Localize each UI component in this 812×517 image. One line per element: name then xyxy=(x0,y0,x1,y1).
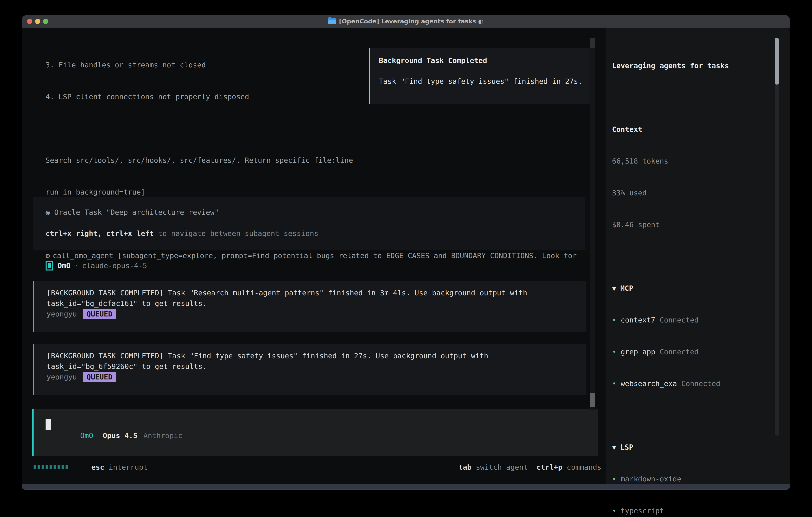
message-line: task_id="bg_dcfac161" to get results. xyxy=(47,298,207,309)
context-spent: $0.46 spent xyxy=(612,219,776,230)
message-line: task_id="bg_6f59260c" to get results. xyxy=(47,361,207,372)
agent-header: OmO · claude-opus-4-5 xyxy=(46,260,147,271)
terminal-window: [OpenCode] Leveraging agents for tasks ◐… xyxy=(22,15,790,489)
oracle-task-box: ◉ Oracle Task "Deep architecture review"… xyxy=(33,197,585,250)
chat-line: Search src/tools/, src/hooks/, src/featu… xyxy=(46,155,593,166)
chat-scrollbar-track[interactable] xyxy=(590,38,594,410)
status-dot-icon: • xyxy=(612,507,616,515)
lsp-item: • markdown-oxide xyxy=(612,473,776,484)
status-dot-icon: • xyxy=(612,316,616,324)
oracle-hint: ctrl+x right, ctrl+x left to navigate be… xyxy=(46,228,318,239)
status-dot-icon: • xyxy=(612,379,616,388)
message-meta: yeongyu QUEUED xyxy=(47,309,116,319)
record-icon: ◉ xyxy=(46,208,50,216)
status-dot-icon: • xyxy=(612,348,616,356)
background-task-message: [BACKGROUND TASK COMPLETED] Task "Resear… xyxy=(33,281,586,332)
titlebar[interactable]: [OpenCode] Leveraging agents for tasks ◐ xyxy=(22,15,790,28)
author: yeongyu xyxy=(47,372,77,382)
sidebar: Leveraging agents for tasks Context 66,5… xyxy=(612,39,776,517)
toast-body: Task "Find type safety issues" finished … xyxy=(379,76,582,87)
tab-key: tab xyxy=(459,463,471,471)
context-tokens: 66,518 tokens xyxy=(612,156,776,166)
input-provider: Anthropic xyxy=(143,431,182,440)
background-task-toast: Background Task Completed Task "Find typ… xyxy=(369,48,595,104)
lsp-item: • typescript xyxy=(612,506,776,516)
esc-key: esc xyxy=(91,463,104,471)
chevron-down-icon: ▼ xyxy=(612,443,616,451)
prompt-input[interactable]: OmOOpus 4.5Anthropic xyxy=(32,409,599,456)
toast-title: Background Task Completed xyxy=(379,55,487,66)
gear-icon: ⚙ xyxy=(46,251,50,260)
status-dot-icon: • xyxy=(612,475,616,483)
message-line: [BACKGROUND TASK COMPLETED] Task "Find t… xyxy=(47,351,488,361)
agent-name: OmO xyxy=(58,260,70,271)
spinner-dots-icon xyxy=(34,465,68,469)
input-meta: OmOOpus 4.5Anthropic xyxy=(46,419,182,452)
chat-scrollbar-thumb[interactable] xyxy=(590,393,594,407)
ctrl-p-key: ctrl+p xyxy=(536,463,562,471)
message-meta: yeongyu QUEUED xyxy=(47,372,116,382)
oracle-task-title: ◉ Oracle Task "Deep architecture review" xyxy=(46,207,219,218)
close-button[interactable] xyxy=(27,19,32,24)
message-line: [BACKGROUND TASK COMPLETED] Task "Resear… xyxy=(47,288,527,298)
shortcut-key: ctrl+x left xyxy=(106,229,154,238)
agent-model: claude-opus-4-5 xyxy=(82,260,147,271)
agent-icon xyxy=(46,261,53,271)
author: yeongyu xyxy=(47,309,77,319)
chevron-down-icon: ▼ xyxy=(612,284,616,292)
shortcut-hints: tab switch agent ctrl+p commands xyxy=(459,462,601,472)
context-used: 33% used xyxy=(612,188,776,198)
mcp-item: • websearch_exa Connected xyxy=(612,378,776,389)
window-bottom-bar xyxy=(22,484,790,489)
title-group: [OpenCode] Leveraging agents for tasks ◐ xyxy=(328,18,483,25)
background-task-message: [BACKGROUND TASK COMPLETED] Task "Find t… xyxy=(33,344,586,395)
input-model: Opus 4.5 xyxy=(103,431,137,440)
context-heading: Context xyxy=(612,124,776,135)
mcp-item: • grep_app Connected xyxy=(612,347,776,357)
session-title: Leveraging agents for tasks xyxy=(612,60,776,71)
folder-icon xyxy=(328,19,336,24)
lsp-section-header[interactable]: ▼LSP xyxy=(612,442,776,453)
mcp-section-header[interactable]: ▼MCP xyxy=(612,283,776,294)
status-bar: esc interrupt tab switch agent ctrl+p co… xyxy=(33,462,601,472)
chat-line: run_in_background=true] xyxy=(46,187,593,197)
status-badge: QUEUED xyxy=(83,372,116,382)
window-title: [OpenCode] Leveraging agents for tasks ◐ xyxy=(339,18,483,25)
status-badge: QUEUED xyxy=(83,309,116,319)
input-agent: OmO xyxy=(80,431,93,440)
mcp-item: • context7 Connected xyxy=(612,315,776,325)
shortcut-key: ctrl+x right, xyxy=(46,229,102,238)
chat-scrollbar-segment[interactable] xyxy=(590,38,594,48)
tool-call-text: call_omo_agent [subagent_type=explore, p… xyxy=(53,251,577,260)
tool-call-line: ⚙call_omo_agent [subagent_type=explore, … xyxy=(46,250,593,261)
maximize-button[interactable] xyxy=(43,19,48,24)
separator-dot: · xyxy=(74,260,79,271)
desktop: [OpenCode] Leveraging agents for tasks ◐… xyxy=(0,0,812,517)
interrupt-hint: esc interrupt xyxy=(91,462,148,472)
minimize-button[interactable] xyxy=(35,19,40,24)
